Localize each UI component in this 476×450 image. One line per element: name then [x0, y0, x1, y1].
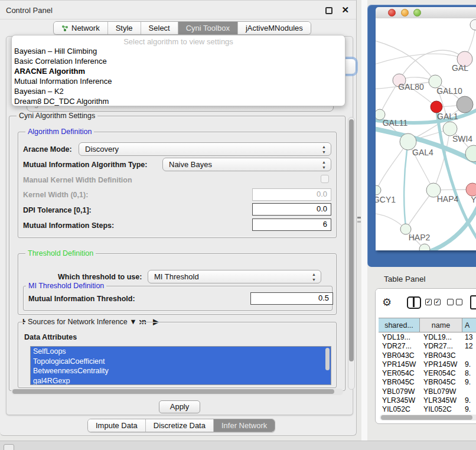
mini-panel-button[interactable]: [4, 444, 14, 450]
column-header-partial[interactable]: A: [462, 318, 476, 332]
combo-stepper-icon: [321, 144, 327, 155]
network-node-y[interactable]: [466, 183, 476, 196]
mac-close-button[interactable]: [388, 9, 396, 17]
column-header-shared-name[interactable]: shared...: [379, 318, 420, 332]
table-horizontal-scrollbar[interactable]: [380, 415, 476, 420]
tab-label: jActiveMNodules: [246, 22, 303, 34]
node-label: Y: [471, 195, 476, 204]
column-header-name[interactable]: name: [420, 318, 462, 332]
kernel-width-field[interactable]: 0.0: [252, 188, 331, 201]
float-window-icon[interactable]: [325, 7, 332, 14]
algorithm-option[interactable]: Bayesian – K2: [12, 86, 345, 96]
table-row[interactable]: YBL079WYBL079W: [379, 387, 476, 396]
network-node[interactable]: [470, 19, 476, 30]
close-icon[interactable]: ✕: [341, 5, 349, 15]
table-row[interactable]: YBR045CYBR045C9.: [379, 378, 476, 387]
algorithm-option[interactable]: Dream8 DC_TDC Algorithm: [12, 96, 345, 106]
attribute-list-item[interactable]: BetweennessCentrality: [31, 366, 331, 376]
tab-network[interactable]: Network: [54, 22, 107, 34]
table-cell: YIL052C: [379, 405, 420, 414]
panel-divider-grip[interactable]: [357, 217, 361, 223]
table-cell: YBR045C: [420, 378, 462, 387]
table-cell: YBL079W: [379, 387, 420, 396]
settings-group-title: Cyni Algorithm Settings: [17, 112, 97, 120]
document-icon[interactable]: [470, 295, 476, 309]
table-cell: [462, 351, 476, 360]
table-cell: YDR27...: [420, 342, 462, 351]
data-attributes-list[interactable]: SelfLoopsTopologicalCoefficientBetweenne…: [30, 346, 331, 385]
table-row[interactable]: YIL052CYIL052C9.: [379, 405, 476, 414]
sources-title-text: Sources for Network Inference: [28, 318, 128, 326]
table-cell: [462, 387, 476, 396]
algorithm-popup-items: Bayesian – Hill ClimbingBasic Correlatio…: [12, 46, 345, 106]
bottom-tab-label: Infer Network: [221, 419, 267, 432]
kernel-width-label: Kernel Width (0,1):: [23, 191, 88, 199]
algorithm-option[interactable]: ARACNE Algorithm: [12, 66, 345, 76]
bottom-tab-impute-data[interactable]: Impute Data: [88, 419, 145, 432]
network-node-gcy1[interactable]: [376, 185, 381, 195]
mac-minimize-button[interactable]: [401, 9, 409, 17]
table-row[interactable]: YER054CYER054C8.: [379, 369, 476, 378]
manual-kernel-checkbox[interactable]: [321, 175, 329, 183]
combo-stepper-icon: [321, 159, 327, 170]
tab-style[interactable]: Style: [107, 22, 141, 34]
attribute-list-item[interactable]: SelfLoops: [31, 347, 331, 357]
settings-vertical-scrollbar[interactable]: [348, 117, 355, 390]
network-canvas[interactable]: GALGAL80GAL10GAL11GAL1SWI4GAL4GCY1HAP4YH…: [376, 18, 476, 250]
chevron-down-icon: ▼: [129, 318, 136, 326]
algorithm-popup-placeholder: Select algorithm to view settings: [12, 37, 345, 46]
settings-horizontal-scrollbar[interactable]: [11, 389, 343, 395]
table-cell: YBR045C: [379, 378, 420, 387]
node-label: GAL4: [412, 148, 433, 157]
mi-steps-label: Mutual Information Steps:: [23, 221, 114, 230]
dpi-tolerance-field[interactable]: 0.0: [252, 203, 331, 216]
columns-icon[interactable]: [407, 296, 421, 309]
network-icon: [61, 25, 69, 32]
table-row[interactable]: YPR145WYPR145W9.: [379, 360, 476, 369]
data-attributes-label: Data Attributes: [24, 333, 77, 341]
attribute-list-item[interactable]: gal4RGexp: [31, 376, 331, 386]
apply-button[interactable]: Apply: [159, 400, 200, 413]
tab-label: Network: [71, 22, 100, 34]
algorithm-option[interactable]: Basic Correlation Inference: [12, 56, 345, 66]
table-row[interactable]: YDR27...YDR27...12: [379, 342, 476, 351]
table-row[interactable]: YDL19...YDL19...13: [379, 333, 476, 342]
attribute-list-item[interactable]: TopologicalCoefficient: [31, 357, 331, 367]
which-threshold-combo[interactable]: MI Threshold: [148, 270, 321, 283]
mi-threshold-group: MI Threshold Definition Mutual Informati…: [23, 286, 332, 311]
cyni-bottom-tabbar: Impute DataDiscretize DataInfer Network: [87, 419, 275, 432]
table-cell: YBR043C: [420, 351, 462, 360]
algorithm-option[interactable]: Mutual Information Inference: [12, 76, 345, 86]
bottom-tab-discretize-data[interactable]: Discretize Data: [145, 419, 213, 432]
table-cell: YLR345W: [379, 396, 420, 405]
sources-group-title[interactable]: Sources for Network Inference ▼: [25, 318, 139, 326]
mi-threshold-title: MI Threshold Definition: [26, 282, 106, 290]
gear-icon[interactable]: ⚙: [382, 296, 392, 309]
aracne-mode-combo[interactable]: Discovery: [79, 142, 331, 156]
attributes-scrollbar[interactable]: [325, 348, 330, 383]
network-node[interactable]: [419, 244, 430, 250]
mi-threshold-field[interactable]: 0.5: [250, 292, 333, 305]
table-cell: YBR043C: [379, 351, 420, 360]
network-window-titlebar[interactable]: [376, 7, 476, 18]
network-node[interactable]: [457, 96, 473, 113]
which-threshold-value: MI Threshold: [154, 272, 199, 281]
tab-select[interactable]: Select: [141, 22, 178, 34]
network-node[interactable]: [431, 101, 442, 113]
bottom-tab-infer-network[interactable]: Infer Network: [213, 419, 275, 432]
table-row[interactable]: YBR043CYBR043C: [379, 351, 476, 360]
algorithm-option[interactable]: Bayesian – Hill Climbing: [12, 46, 345, 56]
mi-type-combo[interactable]: Naive Bayes: [162, 158, 331, 171]
tab-label: Style: [116, 22, 133, 34]
unchecked-box-icon[interactable]: [447, 299, 454, 305]
table-row[interactable]: YLR345WYLR345W9.: [379, 396, 476, 405]
unchecked-box-icon[interactable]: [456, 299, 462, 305]
tab-cyni-toolbox[interactable]: Cyni Toolbox: [178, 22, 237, 34]
tab-jactivemnodules[interactable]: jActiveMNodules: [237, 22, 311, 34]
checked-box-icon[interactable]: ✓: [434, 299, 441, 305]
table-cell: YBL079W: [420, 387, 462, 396]
mac-zoom-button[interactable]: [413, 9, 421, 17]
checked-box-icon[interactable]: ✓: [425, 299, 432, 305]
mi-steps-field[interactable]: 6: [252, 219, 331, 231]
table-cell: 9.: [462, 396, 476, 405]
